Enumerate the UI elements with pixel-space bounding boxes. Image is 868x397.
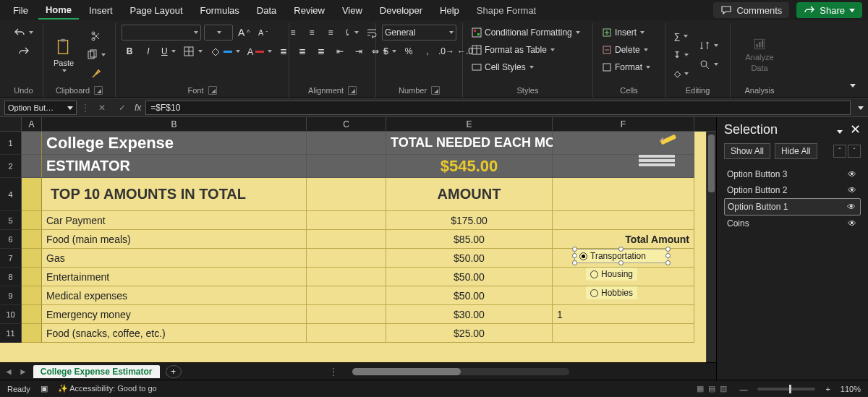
row-6-header[interactable]: 6 bbox=[0, 230, 22, 249]
tab-review[interactable]: Review bbox=[286, 2, 332, 19]
accessibility-status[interactable]: ✨ Accessibility: Good to go bbox=[58, 384, 157, 393]
cell-b11[interactable]: Food (snacks, coffee, etc.) bbox=[42, 324, 307, 343]
close-selection-pane-button[interactable]: ✕ bbox=[850, 122, 861, 137]
macro-record-icon[interactable]: ▣ bbox=[41, 384, 48, 393]
row-9-header[interactable]: 9 bbox=[0, 286, 22, 305]
copy-button[interactable] bbox=[84, 47, 108, 63]
increase-font-button[interactable]: A^ bbox=[236, 25, 252, 40]
sheet-nav-next[interactable]: ► bbox=[19, 367, 27, 377]
option-button-housing[interactable]: Housing bbox=[586, 268, 637, 281]
font-color-button[interactable]: A bbox=[245, 43, 275, 59]
align-top-button[interactable]: ≡ bbox=[285, 25, 301, 40]
decrease-font-button[interactable]: Aˇ bbox=[255, 25, 271, 40]
cell-title2[interactable]: ESTIMATOR bbox=[42, 155, 307, 178]
tab-data[interactable]: Data bbox=[250, 2, 284, 19]
col-F[interactable]: F bbox=[553, 117, 694, 131]
clipboard-launcher[interactable] bbox=[94, 86, 103, 95]
cell-total-value[interactable]: $545.00 bbox=[386, 155, 553, 178]
increase-decimal-button[interactable]: .0→ bbox=[438, 43, 454, 59]
row-10-header[interactable]: 10 bbox=[0, 305, 22, 324]
eye-icon[interactable]: 👁 bbox=[846, 185, 858, 195]
number-format-select[interactable]: General bbox=[382, 25, 456, 40]
send-backward-button[interactable]: ˇ bbox=[848, 145, 861, 158]
col-A[interactable]: A bbox=[22, 117, 42, 131]
cell-e8[interactable]: $50.00 bbox=[386, 268, 553, 286]
font-size-select[interactable] bbox=[204, 25, 233, 40]
cells-grid[interactable]: 1 College Expense TOTAL NEEDED EACH MONT… bbox=[0, 132, 716, 362]
hide-all-button[interactable]: Hide All bbox=[775, 143, 817, 159]
tab-formulas[interactable]: Formulas bbox=[193, 2, 247, 19]
conditional-formatting-button[interactable]: Conditional Formatting bbox=[469, 25, 587, 40]
zoom-level[interactable]: 110% bbox=[841, 385, 861, 393]
row-8-header[interactable]: 8 bbox=[0, 268, 22, 286]
fill-color-button[interactable] bbox=[208, 43, 242, 59]
font-launcher[interactable] bbox=[208, 86, 217, 95]
insert-cells-button[interactable]: Insert bbox=[599, 25, 659, 40]
align-center-button[interactable]: ≣ bbox=[294, 43, 310, 59]
tab-view[interactable]: View bbox=[335, 2, 370, 19]
row-7-header[interactable]: 7 bbox=[0, 249, 22, 268]
view-buttons[interactable]: ▦▤▥ bbox=[694, 384, 729, 393]
sheet-tab-active[interactable]: College Expense Estimator bbox=[33, 365, 160, 378]
cell-sub-amount[interactable]: AMOUNT bbox=[386, 178, 553, 211]
autosum-button[interactable]: ∑ bbox=[672, 28, 691, 44]
selection-pane-menu[interactable] bbox=[837, 130, 843, 134]
row-1-header[interactable]: 1 bbox=[0, 132, 22, 155]
cell-e10[interactable]: $30.00 bbox=[386, 305, 553, 324]
option-button-hobbies[interactable]: Hobbies bbox=[586, 286, 637, 299]
font-family-select[interactable] bbox=[122, 25, 201, 40]
analyze-data-button[interactable]: Analyze Data bbox=[745, 38, 774, 72]
undo-button[interactable] bbox=[12, 25, 35, 40]
col-B[interactable]: B bbox=[42, 117, 307, 131]
comma-button[interactable]: , bbox=[420, 43, 435, 59]
cell-title1[interactable]: College Expense bbox=[42, 132, 307, 155]
zoom-slider[interactable] bbox=[757, 388, 815, 390]
cell-b9[interactable]: Medical expenses bbox=[42, 286, 307, 305]
cell-b5[interactable]: Car Payment bbox=[42, 211, 307, 230]
selection-item-coins[interactable]: Coins👁 bbox=[724, 215, 861, 231]
align-bottom-button[interactable]: ≡ bbox=[323, 25, 339, 40]
show-all-button[interactable]: Show All bbox=[724, 143, 770, 159]
row-5-header[interactable]: 5 bbox=[0, 211, 22, 230]
row-4-header[interactable]: 4 bbox=[0, 178, 22, 211]
col-C[interactable]: C bbox=[307, 117, 386, 131]
name-box[interactable]: Option But… bbox=[4, 101, 77, 115]
vertical-scrollbar[interactable] bbox=[706, 132, 716, 362]
orientation-button[interactable]: ⤹ bbox=[341, 25, 361, 40]
cell-e11[interactable]: $25.00 bbox=[386, 324, 553, 343]
increase-indent-button[interactable]: ⇥ bbox=[351, 43, 367, 59]
number-launcher[interactable] bbox=[431, 86, 440, 95]
zoom-in-button[interactable]: + bbox=[825, 385, 830, 393]
format-as-table-button[interactable]: Format as Table bbox=[469, 42, 587, 58]
paste-button[interactable]: Paste bbox=[49, 38, 78, 72]
align-middle-button[interactable]: ≡ bbox=[304, 25, 320, 40]
format-cells-button[interactable]: Format bbox=[599, 59, 659, 75]
alignment-launcher[interactable] bbox=[348, 86, 357, 95]
cut-button[interactable] bbox=[88, 28, 104, 44]
cell-e7[interactable]: $50.00 bbox=[386, 249, 553, 268]
cell-b8[interactable]: Entertainment bbox=[42, 268, 307, 286]
delete-cells-button[interactable]: Delete bbox=[599, 42, 659, 58]
redo-button[interactable] bbox=[16, 43, 32, 59]
align-left-button[interactable]: ≣ bbox=[276, 43, 292, 59]
fx-label[interactable]: fx bbox=[135, 103, 141, 113]
selection-item-1[interactable]: Option Button 1👁 bbox=[724, 198, 861, 215]
eye-icon[interactable]: 👁 bbox=[846, 202, 857, 212]
percent-button[interactable]: % bbox=[401, 43, 417, 59]
currency-button[interactable]: $ bbox=[382, 43, 398, 59]
option-button-transportation[interactable]: Transportation bbox=[574, 249, 668, 263]
row-2-header[interactable]: 2 bbox=[0, 155, 22, 178]
find-select-button[interactable] bbox=[697, 56, 720, 72]
comments-button[interactable]: Comments bbox=[713, 2, 789, 18]
formula-input[interactable] bbox=[145, 101, 851, 115]
selection-item-3[interactable]: Option Button 3👁 bbox=[724, 166, 861, 182]
spreadsheet[interactable]: A B C E F 1 College Expense TOTAL NEEDED… bbox=[0, 117, 716, 380]
border-button[interactable] bbox=[181, 43, 205, 59]
zoom-out-button[interactable]: — bbox=[739, 385, 747, 393]
cell-total-label[interactable]: TOTAL NEEDED EACH MONTH: bbox=[386, 132, 553, 155]
sort-filter-button[interactable] bbox=[697, 38, 720, 54]
cell-e9[interactable]: $50.00 bbox=[386, 286, 553, 305]
tab-developer[interactable]: Developer bbox=[373, 2, 430, 19]
share-button[interactable]: Share bbox=[796, 2, 862, 18]
bring-forward-button[interactable]: ˆ bbox=[833, 145, 846, 158]
